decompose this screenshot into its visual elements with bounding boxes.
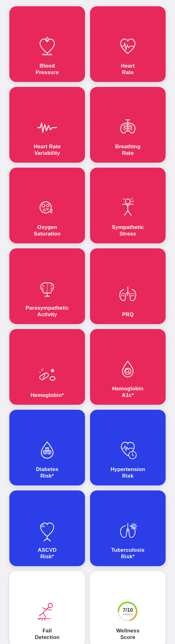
oxygen-icon: 2 <box>35 196 60 221</box>
diabetes-icon <box>35 438 60 463</box>
card-tuberculosis[interactable]: Tuberculosis Risk* <box>90 490 166 566</box>
breathing-rate-icon <box>115 115 140 140</box>
card-breathing-rate[interactable]: Breathing Rate <box>90 87 166 163</box>
card-heart-rate[interactable]: Heart Rate <box>90 6 166 82</box>
parasympathetic-label: Parasympathetic Activity <box>26 305 69 318</box>
svg-line-30 <box>128 372 130 373</box>
svg-point-5 <box>42 204 45 207</box>
card-fall-detection[interactable]: Fall Detection <box>9 571 85 644</box>
card-hypertension[interactable]: Hypertension Risk <box>90 410 166 485</box>
hemoglobin-a1c-label: Hemoglobin A1c* <box>112 385 143 399</box>
svg-line-52 <box>136 528 136 529</box>
diabetes-label: Diabetes Risk* <box>36 466 58 479</box>
card-hemoglobin[interactable]: Hemoglobin* <box>9 329 85 405</box>
svg-line-12 <box>132 201 133 201</box>
svg-point-9 <box>47 208 48 210</box>
tuberculosis-label: Tuberculosis Risk* <box>111 547 145 560</box>
card-hrv[interactable]: Heart Rate Variability <box>9 87 85 163</box>
svg-point-20 <box>50 377 55 380</box>
card-hemoglobin-a1c[interactable]: Hemoglobin A1c* <box>90 329 166 405</box>
card-diabetes[interactable]: Diabetes Risk* <box>9 410 85 485</box>
svg-point-4 <box>40 202 51 213</box>
svg-point-8 <box>43 209 45 211</box>
svg-point-27 <box>43 368 44 369</box>
wellness-icon: 7/10 Medium <box>115 599 140 624</box>
heart-rate-icon <box>115 34 140 59</box>
fall-detection-icon <box>35 599 60 624</box>
svg-point-43 <box>132 454 133 455</box>
card-wellness[interactable]: 7/10 Medium Wellness Score <box>90 571 166 644</box>
hrv-label: Heart Rate Variability <box>34 143 61 157</box>
breathing-rate-label: Breathing Rate <box>115 143 141 157</box>
svg-line-11 <box>131 198 132 199</box>
parasympathetic-icon <box>35 276 60 302</box>
fall-detection-label: Fall Detection <box>35 627 60 641</box>
svg-line-57 <box>43 607 49 613</box>
card-oxygen[interactable]: 2 Oxygen Saturation <box>9 168 85 243</box>
blood-pressure-label: Blood Pressure <box>36 63 59 76</box>
hemoglobin-icon <box>35 364 60 389</box>
hemoglobin-a1c-icon <box>115 357 140 382</box>
ascvd-icon <box>35 519 60 544</box>
oxygen-label: Oxygen Saturation <box>34 224 61 237</box>
svg-line-54 <box>136 524 136 524</box>
tuberculosis-icon <box>115 519 140 544</box>
heart-rate-label: Heart Rate <box>121 63 135 76</box>
stress-label: Sympathetic Stress <box>112 224 144 237</box>
hemoglobin-label: Hemoglobin* <box>31 392 64 398</box>
svg-line-13 <box>123 198 124 199</box>
stress-icon <box>115 196 140 221</box>
svg-point-10 <box>125 199 130 204</box>
card-stress[interactable]: Sympathetic Stress <box>90 168 166 243</box>
hrv-icon <box>35 115 60 140</box>
svg-point-26 <box>40 372 41 373</box>
prq-icon <box>115 283 140 308</box>
svg-line-53 <box>131 528 132 529</box>
svg-text:2: 2 <box>50 209 53 214</box>
svg-point-25 <box>41 369 42 371</box>
prq-label: PRQ <box>122 311 133 318</box>
ascvd-label: ASCVD Risk* <box>38 547 57 560</box>
hypertension-label: Hypertension Risk <box>111 466 145 479</box>
wellness-label: Wellness Score <box>116 627 140 641</box>
feature-grid: Blood Pressure Heart Rate Heart Rate Var… <box>9 6 166 644</box>
svg-point-6 <box>47 204 49 207</box>
svg-line-51 <box>131 524 132 524</box>
card-parasympathetic[interactable]: Parasympathetic Activity <box>9 248 85 324</box>
blood-pressure-icon <box>35 34 60 59</box>
card-prq[interactable]: PRQ <box>90 248 166 324</box>
card-blood-pressure[interactable]: Blood Pressure <box>9 6 85 82</box>
hypertension-icon <box>115 438 140 463</box>
svg-point-55 <box>133 525 135 527</box>
card-ascvd[interactable]: ASCVD Risk* <box>9 490 85 566</box>
